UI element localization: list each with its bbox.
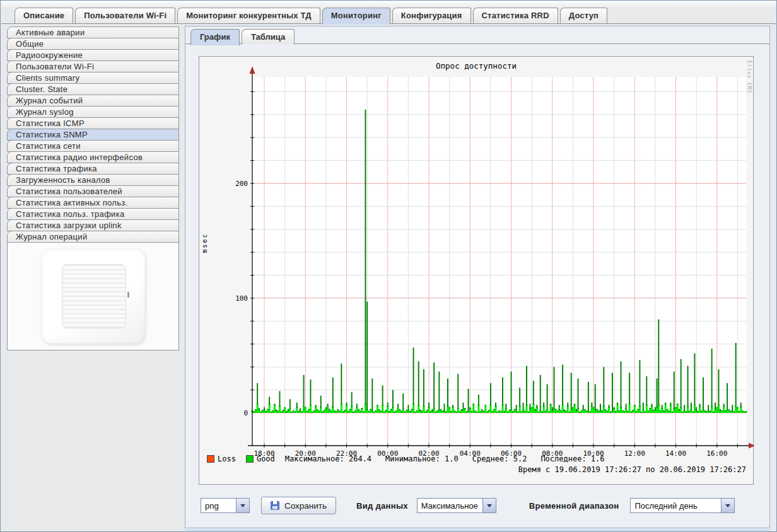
svg-text:12:00: 12:00	[624, 449, 645, 458]
chart-legend: LossGoodМаксимальное: 264.4Минимальное: …	[207, 454, 619, 463]
svg-text:16:00: 16:00	[706, 449, 727, 458]
svg-text:0: 0	[243, 409, 248, 417]
sidebar-item-1[interactable]: Общие	[7, 38, 179, 50]
svg-text:200: 200	[235, 180, 248, 188]
sidebar-item-12[interactable]: Статистика трафика	[7, 163, 179, 175]
time-range-select-label: Временной диапазон	[529, 501, 619, 511]
floppy-disk-icon	[271, 501, 279, 510]
top-tab-5[interactable]: Статистика RRD	[473, 8, 558, 23]
time-range-label: Время с 19.06.2019 17:26:27 по 20.06.201…	[199, 465, 746, 474]
chevron-down-icon	[487, 504, 492, 507]
time-range-select-arrow[interactable]	[721, 499, 734, 512]
sidebar-item-13[interactable]: Загруженность каналов	[7, 174, 179, 186]
sidebar-item-2[interactable]: Радиоокружение	[7, 49, 179, 61]
time-range-select[interactable]: Последний день	[630, 498, 735, 513]
top-tab-bar: ОписаниеПользователи Wi-FiМониторинг кон…	[15, 8, 607, 25]
top-tab-0[interactable]: Описание	[15, 8, 73, 23]
main-panel: ГрафикТаблица Опрос доступности Eltex EM…	[185, 26, 770, 528]
save-button-label: Сохранить	[284, 501, 327, 511]
sidebar-item-9[interactable]: Статистика SNMP	[7, 129, 179, 141]
view-tab-0[interactable]: График	[190, 29, 240, 45]
top-tab-2[interactable]: Мониторинг конкурентных ТД	[177, 8, 320, 23]
sidebar-item-6[interactable]: Журнал событий	[7, 95, 179, 107]
device-image-panel	[7, 242, 179, 350]
chart-stat-2: Среднее: 5.2	[472, 454, 527, 463]
data-view-select-value: Максимальное	[418, 499, 482, 512]
availability-chart: 010020018:0020:0022:0000:0002:0004:0006:…	[199, 57, 754, 485]
sidebar: Активные аварииОбщиеРадиоокружениеПользо…	[7, 27, 179, 350]
chart-stat-1: Минимальное: 1.0	[385, 454, 459, 463]
save-button[interactable]: Сохранить	[261, 497, 336, 514]
sidebar-item-18[interactable]: Журнал операций	[7, 231, 179, 243]
sidebar-item-4[interactable]: Clients summary	[7, 72, 179, 84]
legend-swatch-good	[246, 455, 254, 463]
sidebar-item-7[interactable]: Журнал syslog	[7, 106, 179, 118]
sidebar-item-14[interactable]: Статистика пользователей	[7, 185, 179, 197]
format-select-arrow[interactable]	[236, 499, 249, 512]
format-select[interactable]: png	[201, 498, 250, 513]
time-range-select-value: Последний день	[631, 499, 721, 512]
legend-swatch-loss	[207, 455, 214, 463]
sidebar-item-16[interactable]: Статистика польз. трафика	[7, 208, 179, 220]
access-point-photo	[42, 249, 145, 344]
data-view-label: Вид данных	[356, 501, 408, 511]
chart-stat-3: Последнее: 1.6	[540, 454, 604, 463]
legend-item-good: Good	[246, 454, 275, 463]
bottom-accent-strip	[185, 529, 770, 531]
sidebar-item-5[interactable]: Cluster. State	[7, 83, 179, 95]
chevron-down-icon	[725, 504, 730, 507]
chevron-down-icon	[240, 504, 245, 507]
format-select-value: png	[201, 499, 236, 512]
app-window: ОписаниеПользователи Wi-FiМониторинг кон…	[0, 0, 777, 532]
access-point-led	[127, 292, 129, 298]
chart-controls: png Сохранить Вид данных Максимальное Вр…	[201, 497, 735, 514]
sidebar-item-11[interactable]: Статистика радио интерфейсов	[7, 151, 179, 163]
top-tab-3[interactable]: Мониторинг	[322, 8, 390, 25]
chart-panel: Опрос доступности Eltex EMS msec 0100200…	[199, 56, 754, 485]
legend-item-loss: Loss	[207, 454, 236, 463]
sidebar-item-0[interactable]: Активные аварии	[7, 26, 179, 38]
chart-stat-0: Максимальное: 264.4	[285, 454, 371, 463]
view-tab-1[interactable]: Таблица	[242, 29, 295, 44]
sidebar-item-8[interactable]: Статистика ICMP	[7, 117, 179, 129]
data-view-select[interactable]: Максимальное	[417, 498, 496, 513]
view-tab-bar: ГрафикТаблица	[190, 29, 295, 45]
top-tab-4[interactable]: Конфигурация	[392, 8, 471, 23]
data-view-select-arrow[interactable]	[482, 499, 496, 512]
svg-text:14:00: 14:00	[665, 449, 686, 458]
top-tab-6[interactable]: Доступ	[560, 8, 607, 23]
access-point-grille	[62, 264, 126, 328]
sidebar-item-17[interactable]: Статистика загрузки uplink	[7, 219, 179, 231]
sidebar-item-10[interactable]: Статистика сети	[7, 140, 179, 152]
sidebar-item-3[interactable]: Пользователи Wi-Fi	[7, 61, 179, 72]
top-tab-1[interactable]: Пользователи Wi-Fi	[75, 8, 175, 23]
svg-text:100: 100	[235, 294, 248, 303]
sidebar-item-15[interactable]: Статистика активных польз.	[7, 197, 179, 209]
